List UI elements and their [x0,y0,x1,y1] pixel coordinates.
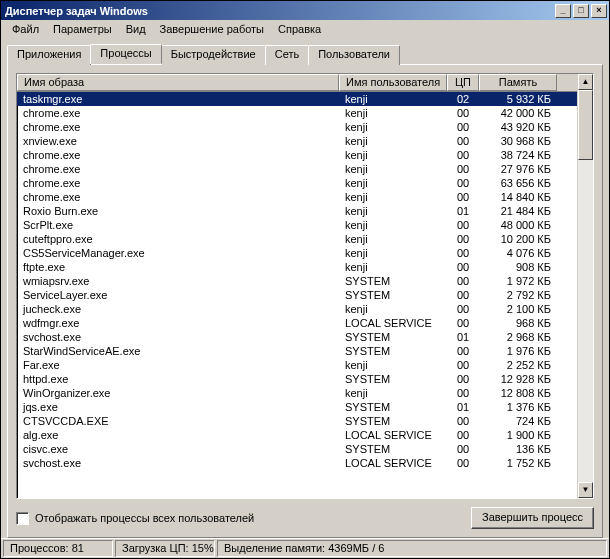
menu-view[interactable]: Вид [119,22,153,36]
cell-image-name: svchost.exe [17,330,339,344]
cell-memory: 4 076 КБ [479,246,557,260]
process-row[interactable]: wdfmgr.exeLOCAL SERVICE00968 КБ [17,316,577,330]
cell-user: kenji [339,120,447,134]
cell-image-name: alg.exe [17,428,339,442]
scroll-thumb[interactable] [578,90,593,160]
cell-memory: 968 КБ [479,316,557,330]
menu-options[interactable]: Параметры [46,22,119,36]
cell-memory: 63 656 КБ [479,176,557,190]
tab-users[interactable]: Пользователи [308,45,400,65]
cell-user: SYSTEM [339,288,447,302]
task-manager-window: Диспетчер задач Windows _ □ × Файл Парам… [0,0,610,559]
cell-image-name: wmiapsrv.exe [17,274,339,288]
menu-help[interactable]: Справка [271,22,328,36]
process-row[interactable]: chrome.exekenji0014 840 КБ [17,190,577,204]
process-row[interactable]: httpd.exeSYSTEM0012 928 КБ [17,372,577,386]
cell-image-name: CS5ServiceManager.exe [17,246,339,260]
cell-image-name: taskmgr.exe [17,92,339,106]
col-image-name[interactable]: Имя образа [17,74,339,91]
process-row[interactable]: jucheck.exekenji002 100 КБ [17,302,577,316]
process-row[interactable]: Roxio Burn.exekenji0121 484 КБ [17,204,577,218]
process-row[interactable]: CTSVCCDA.EXESYSTEM00724 КБ [17,414,577,428]
maximize-button[interactable]: □ [573,4,589,18]
tab-networking[interactable]: Сеть [265,45,309,65]
status-processes: Процессов: 81 [3,540,113,557]
cell-cpu: 00 [447,232,479,246]
process-listview: Имя образа Имя пользователя ЦП Память ta… [16,73,594,499]
cell-image-name: Roxio Burn.exe [17,204,339,218]
cell-cpu: 02 [447,92,479,106]
close-button[interactable]: × [591,4,607,18]
cell-image-name: StarWindServiceAE.exe [17,344,339,358]
vertical-scrollbar[interactable]: ▲ ▼ [577,74,593,498]
scroll-track[interactable] [578,90,593,482]
cell-memory: 14 840 КБ [479,190,557,204]
cell-image-name: cisvc.exe [17,442,339,456]
minimize-button[interactable]: _ [555,4,571,18]
status-mem: Выделение памяти: 4369МБ / 6 [217,540,607,557]
menu-shutdown[interactable]: Завершение работы [153,22,271,36]
menu-file[interactable]: Файл [5,22,46,36]
process-row[interactable]: svchost.exeLOCAL SERVICE001 752 КБ [17,456,577,470]
cell-memory: 136 КБ [479,442,557,456]
process-row[interactable]: jqs.exeSYSTEM011 376 КБ [17,400,577,414]
cell-cpu: 00 [447,386,479,400]
process-row[interactable]: CS5ServiceManager.exekenji004 076 КБ [17,246,577,260]
cell-user: kenji [339,246,447,260]
process-row[interactable]: cisvc.exeSYSTEM00136 КБ [17,442,577,456]
cell-image-name: chrome.exe [17,162,339,176]
cell-cpu: 01 [447,400,479,414]
cell-cpu: 00 [447,260,479,274]
process-row[interactable]: chrome.exekenji0043 920 КБ [17,120,577,134]
cell-cpu: 00 [447,316,479,330]
cell-user: kenji [339,134,447,148]
process-row[interactable]: cuteftppro.exekenji0010 200 КБ [17,232,577,246]
col-memory[interactable]: Память [479,74,557,91]
process-row[interactable]: chrome.exekenji0038 724 КБ [17,148,577,162]
process-row[interactable]: ScrPlt.exekenji0048 000 КБ [17,218,577,232]
cell-cpu: 00 [447,162,479,176]
cell-cpu: 00 [447,190,479,204]
process-row[interactable]: WinOrganizer.exekenji0012 808 КБ [17,386,577,400]
process-row[interactable]: Far.exekenji002 252 КБ [17,358,577,372]
cell-image-name: svchost.exe [17,456,339,470]
cell-user: kenji [339,358,447,372]
show-all-users-option[interactable]: Отображать процессы всех пользователей [16,512,254,525]
cell-user: kenji [339,190,447,204]
cell-memory: 1 376 КБ [479,400,557,414]
process-row[interactable]: chrome.exekenji0063 656 КБ [17,176,577,190]
tab-performance[interactable]: Быстродействие [161,45,266,65]
process-row[interactable]: taskmgr.exekenji025 932 КБ [17,92,577,106]
cell-user: kenji [339,386,447,400]
end-process-button[interactable]: Завершить процесс [471,507,594,529]
cell-image-name: chrome.exe [17,120,339,134]
cell-image-name: ServiceLayer.exe [17,288,339,302]
col-user-name[interactable]: Имя пользователя [339,74,447,91]
process-row[interactable]: wmiapsrv.exeSYSTEM001 972 КБ [17,274,577,288]
cell-user: SYSTEM [339,372,447,386]
process-row[interactable]: StarWindServiceAE.exeSYSTEM001 976 КБ [17,344,577,358]
cell-image-name: jqs.exe [17,400,339,414]
scroll-down-button[interactable]: ▼ [578,482,593,498]
process-row[interactable]: xnview.exekenji0030 968 КБ [17,134,577,148]
cell-user: kenji [339,218,447,232]
titlebar[interactable]: Диспетчер задач Windows _ □ × [1,1,609,20]
listview-body[interactable]: taskmgr.exekenji025 932 КБchrome.exekenj… [17,92,577,498]
tab-processes[interactable]: Процессы [90,44,161,64]
process-row[interactable]: chrome.exekenji0042 000 КБ [17,106,577,120]
process-row[interactable]: alg.exeLOCAL SERVICE001 900 КБ [17,428,577,442]
process-row[interactable]: chrome.exekenji0027 976 КБ [17,162,577,176]
scroll-up-button[interactable]: ▲ [578,74,593,90]
cell-cpu: 00 [447,428,479,442]
show-all-users-checkbox[interactable] [16,512,29,525]
cell-memory: 1 900 КБ [479,428,557,442]
cell-user: SYSTEM [339,274,447,288]
process-row[interactable]: ServiceLayer.exeSYSTEM002 792 КБ [17,288,577,302]
cell-user: LOCAL SERVICE [339,456,447,470]
cell-user: kenji [339,92,447,106]
process-row[interactable]: ftpte.exekenji00908 КБ [17,260,577,274]
col-cpu[interactable]: ЦП [447,74,479,91]
tab-applications[interactable]: Приложения [7,45,91,65]
listview-header: Имя образа Имя пользователя ЦП Память [17,74,577,92]
process-row[interactable]: svchost.exeSYSTEM012 968 КБ [17,330,577,344]
